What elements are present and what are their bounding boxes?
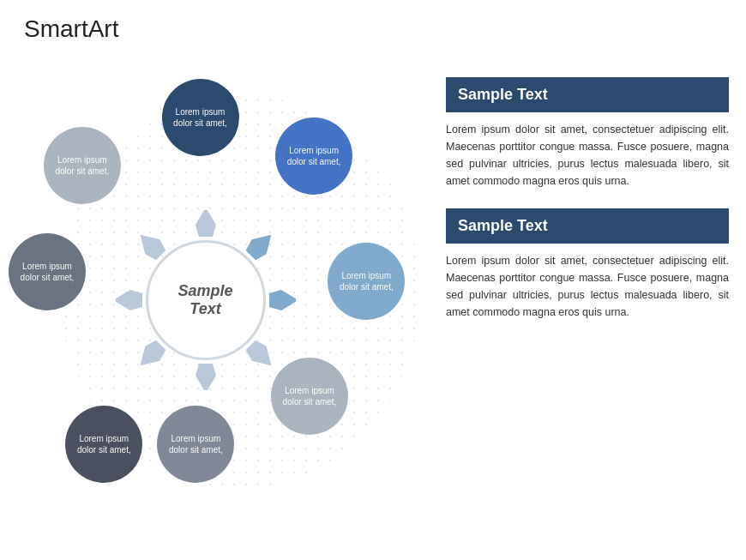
outer-circle-5: Lorem ipsum dolor sit amet, [157,406,234,483]
svg-marker-0 [196,210,216,237]
outer-circle-7: Lorem ipsum dolor sit amet, [9,233,86,310]
page-title: SmartArt [24,15,118,43]
outer-circle-3: Lorem ipsum dolor sit amet, [328,243,405,320]
outer-circle-8: Lorem ipsum dolor sit amet, [44,127,121,204]
svg-marker-6 [116,290,142,310]
center-circle-text: SampleText [177,282,232,318]
svg-marker-3 [243,338,278,373]
section-2-body: Lorem ipsum dolor sit amet, consectetuer… [446,252,729,321]
outer-circle-2: Lorem ipsum dolor sit amet, [275,117,352,195]
outer-circle-6: Lorem ipsum dolor sit amet, [65,406,142,483]
center-circle: SampleText [146,240,266,360]
section-1-body: Lorem ipsum dolor sit amet, consectetuer… [446,121,729,190]
outer-circle-1: Lorem ipsum dolor sit amet, [162,79,239,156]
svg-marker-4 [196,364,216,390]
right-panel: Sample Text Lorem ipsum dolor sit amet, … [446,77,729,340]
section-2-header: Sample Text [446,208,729,244]
diagram-area: SampleText Lorem ipsum dolor sit amet, L… [9,60,446,540]
svg-marker-2 [269,290,296,310]
outer-circle-4: Lorem ipsum dolor sit amet, [271,358,348,435]
section-1-header: Sample Text [446,77,729,112]
